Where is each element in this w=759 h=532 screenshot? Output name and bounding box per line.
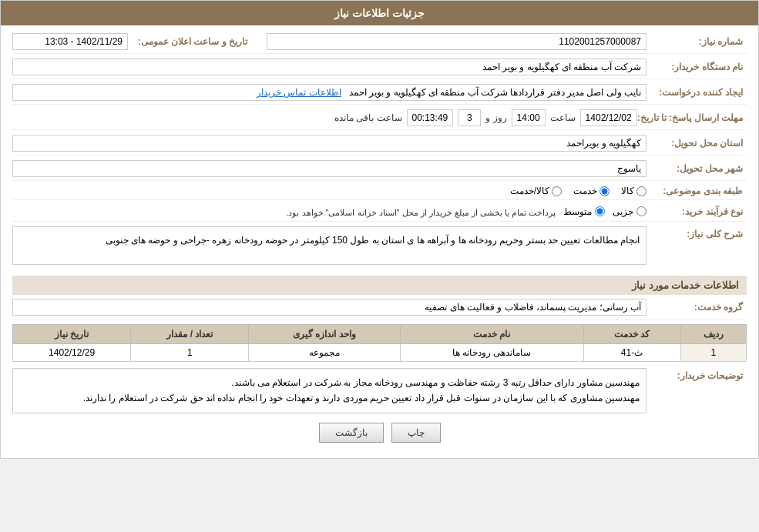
page-wrapper: جزئیات اطلاعات نیاز شماره نیاز: 11020012… [0, 0, 759, 459]
radio-motavasset[interactable] [595, 206, 605, 216]
process-jozi: جزیی [613, 206, 646, 217]
radio-khedmat[interactable] [599, 186, 610, 196]
category-label: طبقه بندی موضوعی: [646, 186, 747, 196]
td-row: 1 [680, 344, 747, 362]
radio-khedmat-label: خدمت [573, 186, 597, 196]
table-header-row: ردیف کد خدمت نام خدمت واحد اندازه گیری ت… [13, 325, 747, 344]
need-number-label: شماره نیاز: [646, 36, 747, 47]
services-table: ردیف کد خدمت نام خدمت واحد اندازه گیری ت… [12, 324, 747, 362]
deadline-days: 3 [458, 109, 481, 126]
td-date: 1402/12/29 [13, 344, 131, 362]
city-value: یاسوج [12, 160, 646, 177]
buyer-org-value: شرکت آب منطقه ای کهگیلویه و بویر احمد [12, 59, 646, 75]
process-label: نوع فرآیند خرید: [646, 206, 747, 217]
radio-kala-khedmat[interactable] [552, 186, 562, 196]
payment-note: پرداخت تمام یا بخشی از مبلغ خریدار از مح… [286, 208, 556, 218]
category-group: کالا خدمت کالا/خدمت [510, 186, 646, 196]
creator-text: نایب ولی اصل مدیر دفتر قراردادها شرکت آب… [349, 87, 641, 98]
radio-kala-khedmat-label: کالا/خدمت [510, 186, 549, 196]
table-body: 1ث-41ساماندهی رودخانه هامجموعه11402/12/2… [13, 344, 747, 362]
deadline-date: 1402/12/02 [580, 109, 637, 126]
buyer-notes-box: مهندسین مشاور دارای حداقل رتبه 3 رشته حف… [12, 368, 646, 413]
deadline-time: 14:00 [512, 109, 546, 126]
process-motavasset: متوسط [563, 206, 605, 217]
buyer-org-label: نام دستگاه خریدار: [646, 62, 747, 72]
need-number-value: 1102001257000087 [267, 33, 646, 50]
province-row: استان محل تحویل: کهگیلویه و بویراحمد [12, 135, 747, 156]
deadline-remaining-label: ساعت باقی مانده [334, 112, 402, 123]
creator-label: ایجاد کننده درخواست: [646, 87, 747, 98]
service-group-label: گروه خدمت: [646, 302, 747, 313]
td-unit: مجموعه [249, 344, 400, 362]
announce-value: 1402/11/29 - 13:03 [12, 33, 128, 50]
need-number-row: شماره نیاز: 1102001257000087 تاریخ و ساع… [12, 33, 747, 54]
province-value: کهگیلویه و بویراحمد [12, 135, 646, 152]
table-row: 1ث-41ساماندهی رودخانه هامجموعه11402/12/2… [13, 344, 747, 362]
process-row: نوع فرآیند خرید: جزیی متوسط پرداخت تمام … [12, 205, 747, 222]
province-label: استان محل تحویل: [646, 138, 747, 149]
announce-label: تاریخ و ساعت اعلان عمومی: [128, 36, 251, 47]
th-row: ردیف [680, 325, 747, 344]
th-code: کد خدمت [583, 325, 680, 344]
deadline-group: 1402/12/02 ساعت 14:00 روز و 3 00:13:49 س… [12, 109, 637, 126]
radio-jozi[interactable] [636, 206, 646, 216]
button-row: چاپ بازگشت [12, 423, 747, 450]
creator-value: نایب ولی اصل مدیر دفتر قراردادها شرکت آب… [12, 84, 646, 101]
radio-motavasset-label: متوسط [563, 206, 592, 217]
th-date: تاریخ نیاز [13, 325, 131, 344]
creator-link[interactable]: اطلاعات تماس خریدار [257, 87, 341, 98]
th-name: نام خدمت [400, 325, 583, 344]
main-content: شماره نیاز: 1102001257000087 تاریخ و ساع… [1, 25, 758, 458]
radio-kala-label: کالا [621, 186, 634, 196]
creator-row: ایجاد کننده درخواست: نایب ولی اصل مدیر د… [12, 84, 747, 105]
service-group-row: گروه خدمت: آب رسانی؛ مدیریت پسماند، فاضل… [12, 299, 747, 320]
service-group-value: آب رسانی؛ مدیریت پسماند، فاضلاب و فعالیت… [12, 299, 646, 316]
services-section-header: اطلاعات خدمات مورد نیاز [12, 276, 747, 295]
radio-jozi-label: جزیی [613, 206, 633, 217]
need-desc-value: انجام مطالعات تعیین حد بستر وحریم رودخان… [12, 226, 646, 269]
page-header: جزئیات اطلاعات نیاز [1, 1, 758, 25]
city-row: شهر محل تحویل: یاسوج [12, 160, 747, 181]
td-name: ساماندهی رودخانه ها [400, 344, 583, 362]
category-row: طبقه بندی موضوعی: کالا خدمت کالا/خدمت [12, 186, 747, 200]
deadline-days-label: روز و [485, 112, 506, 123]
print-button[interactable]: چاپ [391, 423, 441, 443]
city-label: شهر محل تحویل: [646, 163, 747, 174]
td-qty: 1 [131, 344, 249, 362]
buyer-notes-row: توضیحات خریدار: مهندسین مشاور دارای حداق… [12, 368, 747, 413]
need-desc-row: شرح کلی نیاز: انجام مطالعات تعیین حد بست… [12, 226, 747, 269]
th-qty: تعداد / مقدار [131, 325, 249, 344]
category-khedmat: خدمت [573, 186, 610, 196]
need-desc-box: انجام مطالعات تعیین حد بستر وحریم رودخان… [12, 226, 646, 265]
category-kala: کالا [621, 186, 646, 196]
deadline-row: مهلت ارسال پاسخ: تا تاریخ: 1402/12/02 سا… [12, 109, 747, 130]
td-code: ث-41 [583, 344, 680, 362]
buyer-notes-label: توضیحات خریدار: [646, 368, 747, 381]
buyer-org-row: نام دستگاه خریدار: شرکت آب منطقه ای کهگی… [12, 59, 747, 79]
deadline-time-label: ساعت [550, 112, 576, 123]
th-unit: واحد اندازه گیری [249, 325, 400, 344]
process-group: جزیی متوسط پرداخت تمام یا بخشی از مبلغ خ… [286, 205, 646, 218]
category-kala-khedmat: کالا/خدمت [510, 186, 562, 196]
table-head: ردیف کد خدمت نام خدمت واحد اندازه گیری ت… [13, 325, 747, 344]
buyer-notes-value: مهندسین مشاور دارای حداقل رتبه 3 رشته حف… [12, 368, 646, 413]
radio-kala[interactable] [636, 186, 646, 196]
back-button[interactable]: بازگشت [319, 423, 384, 443]
deadline-label: مهلت ارسال پاسخ: تا تاریخ: [637, 112, 747, 123]
header-title: جزئیات اطلاعات نیاز [334, 7, 425, 19]
need-desc-label: شرح کلی نیاز: [646, 226, 747, 239]
deadline-remaining: 00:13:49 [407, 109, 454, 126]
